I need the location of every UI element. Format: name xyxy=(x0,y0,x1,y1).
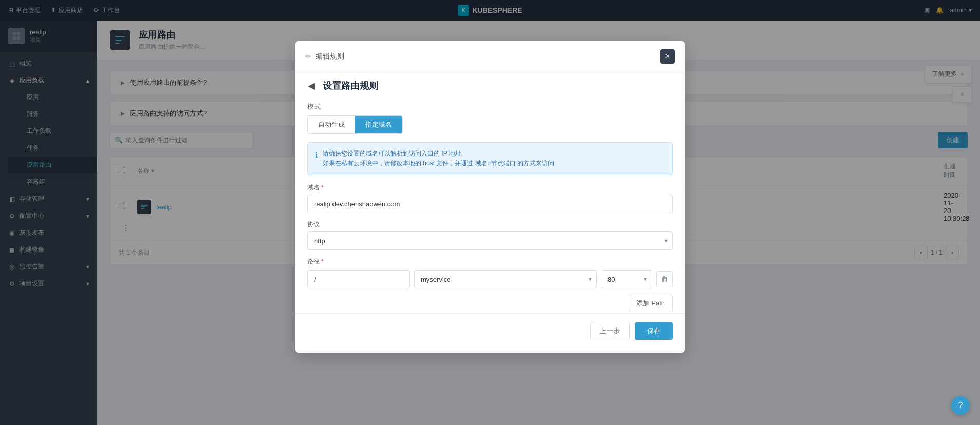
delete-icon: 🗑 xyxy=(661,275,668,283)
edit-icon: ✏ xyxy=(305,52,311,61)
info-icon: ℹ xyxy=(315,149,318,168)
modal-step-header: ◀ 设置路由规则 xyxy=(295,72,685,97)
port-select-0[interactable]: 80 xyxy=(601,270,652,288)
help-button[interactable]: ? xyxy=(951,396,970,415)
mode-auto-button[interactable]: 自动生成 xyxy=(308,116,355,133)
back-button[interactable]: ◀ xyxy=(305,80,318,92)
modal-title: 编辑规则 xyxy=(316,52,344,61)
path-required: * xyxy=(321,258,324,265)
path-delete-0[interactable]: 🗑 xyxy=(656,271,673,287)
domain-input[interactable] xyxy=(307,195,673,213)
mode-toggle: 自动生成 指定域名 xyxy=(307,115,403,134)
step-title: 设置路由规则 xyxy=(323,80,378,92)
domain-required: * xyxy=(321,184,324,191)
protocol-field-row: 协议 http https ▾ xyxy=(307,220,673,250)
mode-section: 模式 自动生成 指定域名 xyxy=(307,102,673,134)
path-input-0[interactable] xyxy=(307,270,410,288)
protocol-select-wrap: http https ▾ xyxy=(307,231,673,250)
domain-label: 域名 xyxy=(307,183,320,192)
service-select-0[interactable]: myservice xyxy=(414,270,597,288)
edit-rule-modal: ✏ 编辑规则 × ◀ 设置路由规则 模式 自动生成 指定域名 ℹ xyxy=(295,41,685,353)
modal-body: 模式 自动生成 指定域名 ℹ 请确保您设置的域名可以解析到访问入口的 IP 地址… xyxy=(295,97,685,303)
path-section: 路径 * myservice ▾ 80 ▾ xyxy=(307,257,673,288)
path-label: 路径 xyxy=(307,257,320,266)
mode-label: 模式 xyxy=(307,102,673,111)
mode-domain-button[interactable]: 指定域名 xyxy=(355,116,402,133)
modal-close-button[interactable]: × xyxy=(660,49,675,64)
modal-footer: 上一步 保存 xyxy=(295,313,685,342)
info-box: ℹ 请确保您设置的域名可以解析到访问入口的 IP 地址; 如果在私有云环境中，请… xyxy=(307,142,673,175)
modal-header: ✏ 编辑规则 × xyxy=(295,41,685,72)
domain-field-row: 域名 * xyxy=(307,183,673,213)
back-step-button[interactable]: 上一步 xyxy=(590,322,630,340)
save-button[interactable]: 保存 xyxy=(635,322,673,340)
protocol-label: 协议 xyxy=(307,220,320,229)
modal-overlay: ✏ 编辑规则 × ◀ 设置路由规则 模式 自动生成 指定域名 ℹ xyxy=(0,0,980,425)
port-select-wrap-0: 80 ▾ xyxy=(601,270,652,288)
protocol-select[interactable]: http https xyxy=(307,231,673,250)
add-path-button[interactable]: 添加 Path xyxy=(629,295,673,312)
service-select-wrap-0: myservice ▾ xyxy=(414,270,597,288)
path-row-0: myservice ▾ 80 ▾ 🗑 xyxy=(307,270,673,288)
